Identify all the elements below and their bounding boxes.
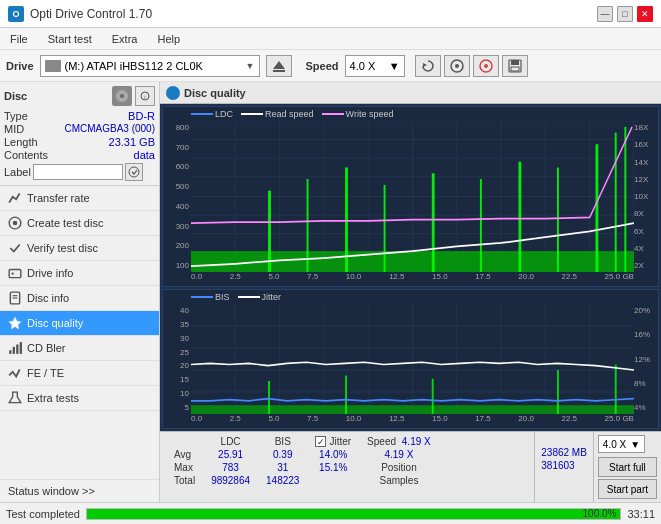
- status-text: Test completed: [6, 508, 80, 520]
- stats-samples-row: 381603: [541, 460, 587, 471]
- write-icon-button[interactable]: [473, 55, 499, 77]
- sidebar-item-disc-quality[interactable]: Disc quality: [0, 311, 159, 336]
- disc-type-label: Type: [4, 110, 28, 122]
- sidebar-item-disc-info[interactable]: Disc info: [0, 286, 159, 311]
- title-bar-controls: — □ ✕: [597, 6, 653, 22]
- y-right-6x: 6X: [634, 227, 658, 236]
- start-part-button[interactable]: Start part: [598, 479, 657, 499]
- stats-max-position-label: Position: [359, 461, 439, 474]
- save-button[interactable]: [502, 55, 528, 77]
- stats-total-ldc: 9892864: [203, 474, 258, 487]
- stats-max-bis: 31: [258, 461, 307, 474]
- stats-data-table: LDC BIS ✓ Jitter Speed 4.19 X: [166, 435, 439, 487]
- start-full-button[interactable]: Start full: [598, 457, 657, 477]
- stats-total-label: Total: [166, 474, 203, 487]
- menu-extra[interactable]: Extra: [108, 31, 142, 47]
- bx-label-25: 25.0 GB: [605, 414, 634, 428]
- bis-legend-text: BIS: [215, 292, 230, 302]
- stats-position-value: 23862 MB: [541, 447, 587, 458]
- y-right-18x: 18X: [634, 123, 658, 132]
- y-right-2x: 2X: [634, 261, 658, 270]
- eject-button[interactable]: [266, 55, 292, 77]
- x-label-12-5: 12.5: [389, 272, 405, 286]
- bottom-chart: BIS Jitter 40 35 30 25 20 15 10: [162, 289, 659, 429]
- sidebar-item-create-test-disc[interactable]: Create test disc: [0, 211, 159, 236]
- bottom-chart-x-axis: 0.0 2.5 5.0 7.5 10.0 12.5 15.0 17.5 20.0…: [191, 414, 634, 428]
- write-speed-legend-color: [322, 113, 344, 115]
- sidebar-item-extra-tests[interactable]: Extra tests: [0, 386, 159, 411]
- by-label-15: 15: [163, 375, 191, 384]
- disc-label-input[interactable]: [33, 164, 123, 180]
- main-content: Disc i Type BD-R MID CMCMAGBA3 (000): [0, 82, 661, 502]
- stats-total-samples-label: Samples: [359, 474, 439, 487]
- speed-label: Speed: [306, 60, 339, 72]
- start-speed-arrow: ▼: [630, 439, 640, 450]
- drive-label: Drive: [6, 60, 34, 72]
- bx-label-22-5: 22.5: [561, 414, 577, 428]
- sidebar-item-drive-info[interactable]: Drive info: [0, 261, 159, 286]
- svg-point-14: [129, 167, 139, 177]
- bx-label-17-5: 17.5: [475, 414, 491, 428]
- svg-rect-26: [20, 342, 22, 354]
- top-chart-y-axis-right: 18X 16X 14X 12X 10X 8X 6X 4X 2X: [634, 121, 658, 272]
- speed-select[interactable]: 4.0 X ▼: [345, 55, 405, 77]
- x-label-7-5: 7.5: [307, 272, 318, 286]
- write-speed-legend-text: Write speed: [346, 109, 394, 119]
- sidebar-item-verify-test-disc[interactable]: Verify test disc: [0, 236, 159, 261]
- svg-rect-50: [384, 185, 386, 272]
- x-label-15: 15.0: [432, 272, 448, 286]
- disc-quality-icon: [8, 316, 22, 330]
- drive-info-icon: [8, 266, 22, 280]
- disc-label-button[interactable]: [125, 163, 143, 181]
- disc-icon-button[interactable]: [444, 55, 470, 77]
- bottom-chart-y-axis-left: 40 35 30 25 20 15 10 5: [163, 304, 191, 414]
- bottom-chart-y-axis-right: 20% 16% 12% 8% 4%: [634, 304, 658, 414]
- refresh-button[interactable]: [415, 55, 441, 77]
- sidebar-item-fe-te[interactable]: FE / TE: [0, 361, 159, 386]
- menu-start-test[interactable]: Start test: [44, 31, 96, 47]
- by-label-30: 30: [163, 334, 191, 343]
- stats-right: 23862 MB 381603: [535, 432, 593, 502]
- disc-section: Disc i Type BD-R MID CMCMAGBA3 (000): [0, 82, 159, 186]
- svg-rect-23: [9, 350, 11, 354]
- nav-items: Transfer rate Create test disc Verify te…: [0, 186, 159, 479]
- jitter-checkbox-row: ✓ Jitter: [315, 436, 351, 447]
- svg-rect-8: [511, 60, 519, 65]
- sidebar-item-status-window[interactable]: Status window >>: [0, 479, 159, 502]
- jitter-checkbox[interactable]: ✓: [315, 436, 326, 447]
- maximize-button[interactable]: □: [617, 6, 633, 22]
- y-right-16x: 16X: [634, 140, 658, 149]
- drive-select[interactable]: (M:) ATAPI iHBS112 2 CL0K ▼: [40, 55, 260, 77]
- disc-info-icon[interactable]: i: [135, 86, 155, 106]
- stats-avg-label: Avg: [166, 448, 203, 461]
- stats-avg-ldc: 25.91: [203, 448, 258, 461]
- svg-rect-52: [480, 179, 482, 272]
- svg-rect-72: [191, 405, 634, 414]
- col-speed-label: Speed: [367, 436, 396, 447]
- sidebar-item-transfer-rate[interactable]: Transfer rate: [0, 186, 159, 211]
- svg-point-11: [120, 94, 124, 98]
- y-label-100: 100: [163, 261, 191, 270]
- disc-type-value: BD-R: [128, 110, 155, 122]
- sidebar-item-cd-bler[interactable]: CD Bler: [0, 336, 159, 361]
- jitter-legend: Jitter: [238, 292, 282, 302]
- menu-help[interactable]: Help: [153, 31, 184, 47]
- ldc-legend-color: [191, 113, 213, 115]
- minimize-button[interactable]: —: [597, 6, 613, 22]
- extra-tests-label: Extra tests: [27, 392, 79, 404]
- x-label-17-5: 17.5: [475, 272, 491, 286]
- right-panel: Disc quality LDC Read speed: [160, 82, 661, 502]
- disc-mid-label: MID: [4, 123, 24, 135]
- menu-file[interactable]: File: [6, 31, 32, 47]
- svg-rect-76: [557, 370, 559, 414]
- bx-label-20: 20.0: [518, 414, 534, 428]
- by-right-12: 12%: [634, 355, 658, 364]
- x-label-10: 10.0: [346, 272, 362, 286]
- app-icon: O: [8, 6, 24, 22]
- x-label-5: 5.0: [268, 272, 279, 286]
- start-speed-select[interactable]: 4.0 X ▼: [598, 435, 645, 453]
- read-speed-legend: Read speed: [241, 109, 314, 119]
- disc-section-title: Disc: [4, 90, 27, 102]
- close-button[interactable]: ✕: [637, 6, 653, 22]
- top-chart-x-axis: 0.0 2.5 5.0 7.5 10.0 12.5 15.0 17.5 20.0…: [191, 272, 634, 286]
